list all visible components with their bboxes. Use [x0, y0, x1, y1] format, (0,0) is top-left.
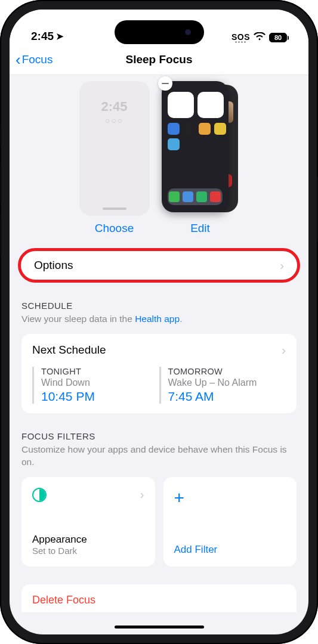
- chevron-right-icon: ›: [280, 259, 284, 273]
- tonight-time: 10:45 PM: [41, 389, 159, 404]
- tonight-label: TONIGHT: [41, 367, 159, 376]
- volume-up-button: [0, 162, 1, 205]
- chevron-left-icon: ‹: [16, 52, 21, 67]
- schedule-section: SCHEDULE View your sleep data in the Hea…: [21, 301, 297, 413]
- back-label: Focus: [22, 53, 53, 66]
- appearance-icon: [32, 488, 47, 502]
- content-area: 2:45 ○○○ Choose: [10, 75, 308, 634]
- filters-subtext: Customize how your apps and device behav…: [21, 444, 297, 469]
- lock-screen-preview[interactable]: 2:45 ○○○: [79, 81, 150, 216]
- cellular-dots-icon: [235, 41, 246, 43]
- delete-focus-row[interactable]: Delete Focus: [21, 584, 297, 612]
- schedule-subtext: View your sleep data in the Health app.: [21, 313, 297, 326]
- lock-preview-dots: ○○○: [79, 116, 150, 125]
- appearance-filter-card[interactable]: › Appearance Set to Dark: [21, 477, 155, 566]
- options-row[interactable]: Options ›: [18, 248, 300, 283]
- tonight-column: TONIGHT Wind Down 10:45 PM: [32, 367, 159, 404]
- screen: 2:45 ➤ SOS 80 ‹ Focus Sleep Focus: [10, 10, 308, 634]
- battery-indicator: 80: [269, 33, 287, 42]
- next-schedule-card[interactable]: Next Schedule › TONIGHT Wind Down 10:45 …: [21, 334, 297, 413]
- mute-switch: [0, 124, 1, 148]
- focus-filters-section: FOCUS FILTERS Customize how your apps an…: [21, 431, 297, 566]
- lock-preview-time: 2:45: [79, 99, 150, 114]
- tomorrow-column: TOMORROW Wake Up – No Alarm 7:45 AM: [159, 367, 286, 404]
- delete-focus-label: Delete Focus: [32, 594, 286, 606]
- remove-page-button[interactable]: [158, 76, 172, 91]
- page-title: Sleep Focus: [126, 53, 193, 66]
- next-schedule-title: Next Schedule: [32, 343, 106, 357]
- edit-button[interactable]: Edit: [190, 222, 210, 235]
- volume-down-button: [0, 215, 1, 258]
- health-app-link[interactable]: Health app: [135, 314, 180, 324]
- device-frame: 2:45 ➤ SOS 80 ‹ Focus Sleep Focus: [0, 0, 318, 644]
- tonight-sub: Wind Down: [41, 377, 159, 388]
- home-screen-preview[interactable]: [162, 81, 239, 216]
- filters-header: FOCUS FILTERS: [21, 431, 297, 441]
- options-label: Options: [34, 259, 73, 272]
- lock-preview-bar: [103, 208, 126, 210]
- tomorrow-sub: Wake Up – No Alarm: [168, 377, 286, 388]
- chevron-right-icon: ›: [282, 343, 286, 357]
- wifi-icon: [254, 32, 265, 43]
- plus-icon: +: [174, 488, 286, 508]
- customize-screens-row: 2:45 ○○○ Choose: [10, 75, 308, 237]
- appearance-name: Appearance: [32, 534, 144, 546]
- dynamic-island: [115, 20, 204, 44]
- add-filter-card[interactable]: + Add Filter: [163, 477, 297, 566]
- chevron-right-icon: ›: [140, 488, 144, 501]
- add-filter-label: Add Filter: [174, 544, 218, 556]
- back-button[interactable]: ‹ Focus: [16, 52, 53, 67]
- choose-button[interactable]: Choose: [95, 222, 134, 235]
- appearance-sub: Set to Dark: [32, 546, 144, 556]
- tomorrow-time: 7:45 AM: [168, 389, 286, 404]
- sos-indicator: SOS: [231, 33, 250, 41]
- tomorrow-label: TOMORROW: [168, 367, 286, 376]
- navigation-bar: ‹ Focus Sleep Focus: [10, 44, 308, 75]
- schedule-header: SCHEDULE: [21, 301, 297, 311]
- status-time: 2:45: [31, 30, 54, 43]
- home-preview-front: [162, 81, 229, 212]
- location-icon: ➤: [56, 31, 64, 42]
- home-indicator[interactable]: [115, 626, 204, 628]
